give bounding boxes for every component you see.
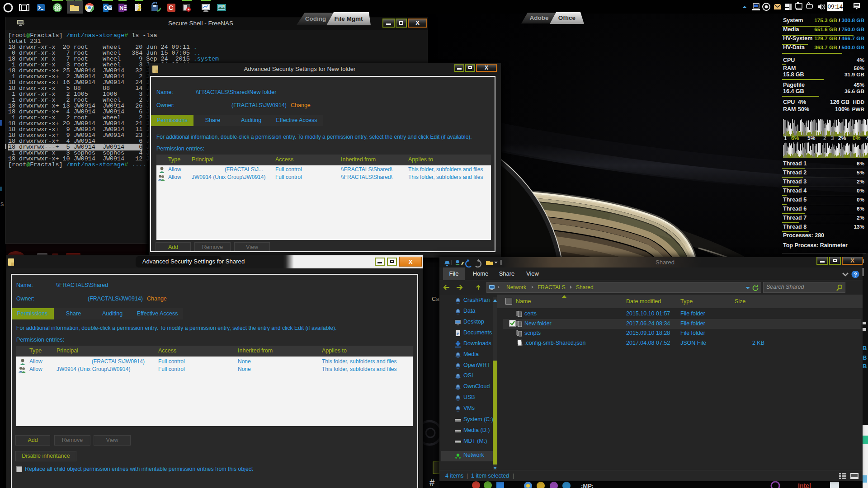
svg-text::MP:: :MP: xyxy=(581,483,594,488)
svg-text:S: S xyxy=(0,202,4,207)
svg-text:Intel: Intel xyxy=(798,482,811,488)
svg-text:#: # xyxy=(429,478,435,488)
svg-text:N: N xyxy=(119,5,123,11)
svg-text:B: B xyxy=(863,354,867,361)
svg-text:B: B xyxy=(863,363,867,370)
svg-text:C: C xyxy=(169,4,173,11)
svg-text:Ca: Ca xyxy=(432,296,439,302)
svg-text:Secure Shell - FreeNAS: Secure Shell - FreeNAS xyxy=(168,20,233,27)
svg-text:B: B xyxy=(863,345,867,352)
